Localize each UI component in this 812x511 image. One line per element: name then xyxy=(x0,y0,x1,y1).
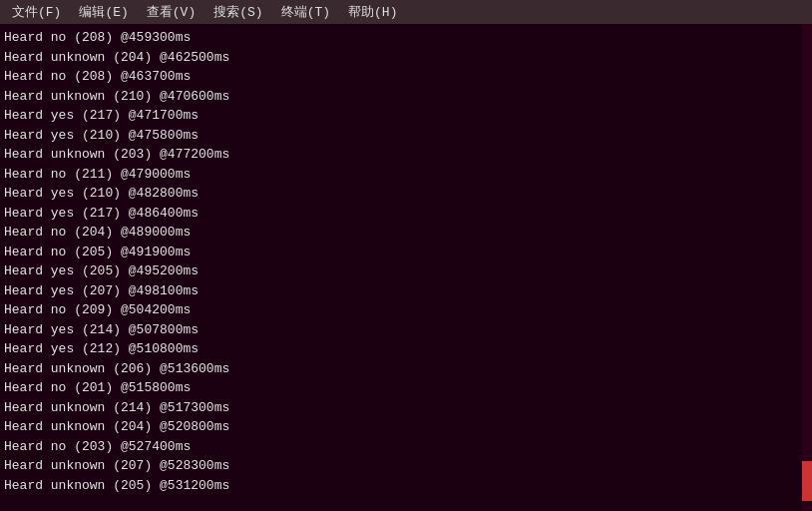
log-line: Heard unknown (203) @477200ms xyxy=(4,145,808,165)
log-line: Heard yes (210) @482800ms xyxy=(4,184,808,204)
log-line: Heard yes (207) @498100ms xyxy=(4,281,808,301)
log-line: Heard no (205) @491900ms xyxy=(4,243,808,262)
menu-item[interactable]: 终端(T) xyxy=(273,1,338,23)
log-line: Heard no (204) @489000ms xyxy=(4,223,808,243)
log-line: Heard no (208) @459300ms xyxy=(4,28,808,48)
log-line: Heard yes (210) @475800ms xyxy=(4,126,808,146)
log-line: Heard no (209) @504200ms xyxy=(4,300,808,320)
log-line: Heard unknown (204) @520800ms xyxy=(4,417,808,437)
menu-bar: 文件(F)编辑(E)查看(V)搜索(S)终端(T)帮助(H) xyxy=(0,0,812,24)
scrollbar-thumb[interactable] xyxy=(802,461,812,501)
log-line: Heard no (208) @463700ms xyxy=(4,67,808,87)
menu-item[interactable]: 帮助(H) xyxy=(340,1,405,23)
log-line: Heard no (201) @515800ms xyxy=(4,378,808,398)
menu-item[interactable]: 编辑(E) xyxy=(71,1,136,23)
log-line: Heard yes (205) @495200ms xyxy=(4,261,808,281)
log-line: Heard unknown (207) @528300ms xyxy=(4,456,808,476)
log-line: Heard no (211) @479000ms xyxy=(4,165,808,185)
log-line: Heard yes (212) @510800ms xyxy=(4,339,808,359)
log-line: Heard unknown (210) @470600ms xyxy=(4,87,808,107)
log-line: Heard unknown (205) @531200ms xyxy=(4,476,808,496)
scrollbar[interactable] xyxy=(802,24,812,511)
log-line: Heard unknown (206) @513600ms xyxy=(4,359,808,379)
log-line: Heard no (203) @527400ms xyxy=(4,437,808,457)
log-line: Heard unknown (214) @517300ms xyxy=(4,398,808,418)
log-line: Heard yes (217) @471700ms xyxy=(4,106,808,126)
menu-item[interactable]: 查看(V) xyxy=(139,1,203,23)
log-line: Heard yes (217) @486400ms xyxy=(4,204,808,224)
log-container: Heard no (208) @459300msHeard unknown (2… xyxy=(4,28,808,495)
log-line: Heard yes (214) @507800ms xyxy=(4,320,808,340)
terminal-content: Heard no (208) @459300msHeard unknown (2… xyxy=(0,24,812,511)
menu-item[interactable]: 文件(F) xyxy=(4,1,69,23)
log-line: Heard unknown (204) @462500ms xyxy=(4,48,808,68)
menu-item[interactable]: 搜索(S) xyxy=(205,1,270,23)
